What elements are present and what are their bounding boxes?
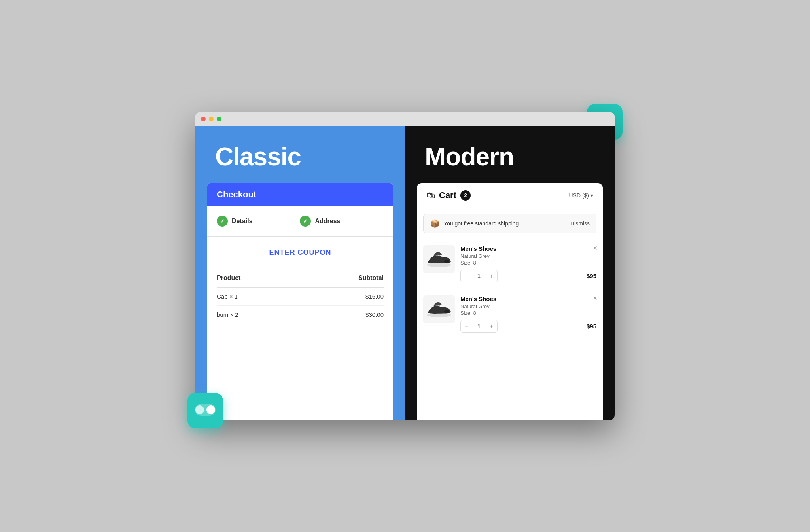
svg-point-7: [444, 310, 449, 313]
item-size-1: Size: 8: [460, 260, 596, 266]
item-variant-2: Natural Grey: [460, 303, 596, 309]
table-row: bum × 2 $30.00: [217, 306, 384, 324]
checkout-steps: ✓ Details ✓ Address: [207, 206, 393, 237]
browser-titlebar: [195, 112, 615, 126]
close-dot[interactable]: [201, 117, 206, 121]
minimize-dot[interactable]: [209, 117, 214, 121]
quantity-increase-2[interactable]: +: [485, 320, 497, 332]
browser-window: Classic Checkout ✓ Details ✓: [195, 112, 615, 420]
subtotal-column-header: Subtotal: [358, 275, 384, 282]
free-shipping-banner: 📦 You got free standard shipping. Dismis…: [423, 214, 596, 233]
address-check-icon: ✓: [300, 216, 311, 227]
coupon-text[interactable]: ENTER COUPON: [269, 248, 331, 256]
remove-item-2[interactable]: ×: [593, 295, 597, 302]
cart-item-2: Men's Shoes Natural Grey Size: 8 − 1 + $…: [417, 289, 603, 339]
toggle-icon: [195, 404, 216, 417]
details-check-icon: ✓: [217, 216, 228, 227]
svg-point-5: [444, 260, 449, 263]
item-image-2: [423, 295, 455, 323]
classic-header: Classic: [195, 126, 405, 183]
quantity-control-2[interactable]: − 1 +: [460, 320, 498, 333]
dismiss-button[interactable]: Dismiss: [570, 220, 590, 227]
shipping-box-icon: 📦: [430, 219, 440, 228]
item-quantity-row-2: − 1 + $95: [460, 320, 596, 333]
checkout-step-address: ✓ Address: [300, 216, 340, 227]
maximize-dot[interactable]: [217, 117, 221, 121]
shipping-left: 📦 You got free standard shipping.: [430, 219, 520, 228]
quantity-value-2: 1: [473, 320, 485, 332]
item-details-1: Men's Shoes Natural Grey Size: 8 − 1 + $…: [460, 245, 596, 282]
svg-point-9: [195, 405, 204, 414]
product-column-header: Product: [217, 275, 240, 282]
quantity-increase-1[interactable]: +: [485, 270, 497, 282]
checkout-card-header: Checkout: [207, 183, 393, 206]
item-image-1: [423, 245, 455, 273]
item-name-2: Men's Shoes: [460, 295, 596, 302]
cart-count-badge: 2: [460, 190, 471, 201]
product-cell-1: Cap × 1: [217, 293, 238, 300]
item-price-2: $95: [587, 323, 596, 329]
item-details-2: Men's Shoes Natural Grey Size: 8 − 1 + $…: [460, 295, 596, 333]
modern-header: Modern: [405, 126, 615, 183]
quantity-decrease-2[interactable]: −: [461, 320, 473, 332]
currency-label: USD ($): [569, 192, 589, 199]
cart-bag-icon: 🛍: [426, 190, 435, 201]
checkout-card-title: Checkout: [217, 189, 256, 199]
chevron-down-icon: ▾: [590, 192, 593, 199]
svg-point-6: [427, 313, 451, 318]
shipping-text: You got free standard shipping.: [444, 220, 520, 227]
item-quantity-row-1: − 1 + $95: [460, 270, 596, 282]
product-cell-2: bum × 2: [217, 311, 238, 318]
subtotal-cell-2: $30.00: [365, 311, 384, 318]
item-size-2: Size: 8: [460, 310, 596, 316]
modern-title: Modern: [425, 142, 595, 171]
subtotal-cell-1: $16.00: [365, 293, 384, 300]
quantity-decrease-1[interactable]: −: [461, 270, 473, 282]
cart-title: Cart: [439, 190, 456, 201]
quantity-value-1: 1: [473, 270, 485, 282]
cart-item-1: Men's Shoes Natural Grey Size: 8 − 1 + $…: [417, 239, 603, 289]
item-name-1: Men's Shoes: [460, 245, 596, 252]
table-row: Cap × 1 $16.00: [217, 288, 384, 306]
checkout-card: Checkout ✓ Details ✓ Address: [207, 183, 393, 420]
cart-card: 🛍 Cart 2 USD ($) ▾ 📦 You got free stand: [417, 183, 603, 420]
product-table: Product Subtotal Cap × 1 $16.00 bum × 2 …: [207, 269, 393, 324]
cart-card-header: 🛍 Cart 2 USD ($) ▾: [417, 183, 603, 208]
classic-title: Classic: [215, 142, 385, 171]
modern-side: Modern 🛍 Cart 2 USD ($) ▾: [405, 126, 615, 420]
classic-side: Classic Checkout ✓ Details ✓: [195, 126, 405, 420]
cart-title-group: 🛍 Cart 2: [426, 190, 471, 201]
details-label: Details: [232, 218, 252, 225]
address-label: Address: [315, 218, 340, 225]
quantity-control-1[interactable]: − 1 +: [460, 270, 498, 282]
table-header-row: Product Subtotal: [217, 269, 384, 288]
checkout-step-details: ✓ Details: [217, 216, 252, 227]
remove-item-1[interactable]: ×: [593, 244, 597, 252]
browser-content: Classic Checkout ✓ Details ✓: [195, 126, 615, 420]
currency-selector[interactable]: USD ($) ▾: [569, 192, 593, 199]
coupon-section[interactable]: ENTER COUPON: [207, 237, 393, 269]
svg-point-10: [206, 405, 215, 414]
item-variant-1: Natural Grey: [460, 253, 596, 259]
svg-point-4: [427, 263, 451, 267]
item-price-1: $95: [587, 273, 596, 279]
fab-bottom-button[interactable]: [187, 393, 223, 428]
step-divider: [264, 221, 288, 221]
outer-frame: Classic Checkout ✓ Details ✓: [172, 88, 638, 444]
